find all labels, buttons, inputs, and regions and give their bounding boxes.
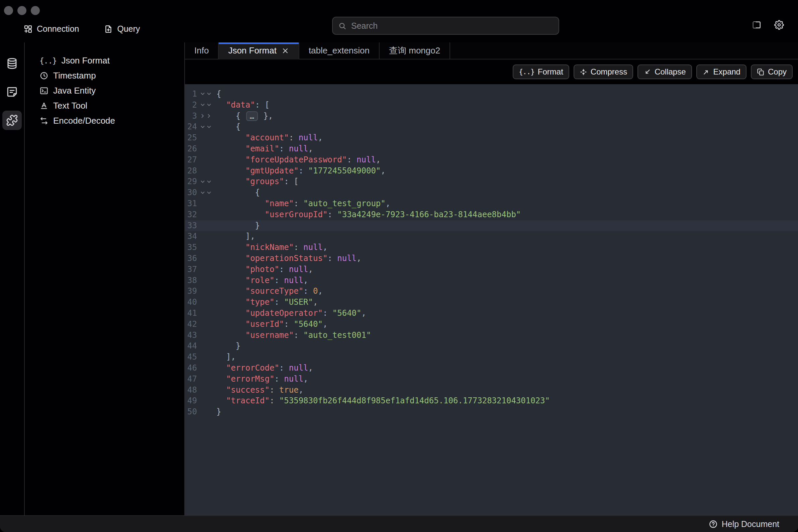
code-text: "userGroupId": "33a4249e-7923-4166-ba23-… — [216, 209, 798, 220]
search-icon — [338, 22, 346, 30]
code-line-36[interactable]: 36"operationStatus": null, — [185, 253, 798, 264]
connection-button[interactable]: Connection — [23, 24, 79, 34]
tab-table-extension[interactable]: table_extension — [299, 42, 380, 59]
code-line-38[interactable]: 38"role": null, — [185, 275, 798, 286]
copy-button[interactable]: Copy — [751, 64, 793, 79]
expand-button[interactable]: Expand — [696, 64, 746, 79]
collapsed-content-badge[interactable]: … — [246, 111, 258, 121]
code-line-45[interactable]: 45], — [185, 352, 798, 363]
fold-gutter — [197, 209, 216, 220]
line-number: 38 — [185, 275, 197, 286]
code-line-50[interactable]: 50} — [185, 406, 798, 417]
rail-item-database[interactable] — [2, 54, 22, 73]
button-label: Copy — [768, 67, 787, 77]
code-line-27[interactable]: 27"forceUpdatePassword": null, — [185, 154, 798, 166]
format-button[interactable]: {..}Format — [513, 64, 569, 79]
tab-info[interactable]: Info — [185, 42, 219, 59]
help-icon — [709, 520, 718, 529]
rail-item-notes[interactable] — [2, 82, 22, 101]
help-label: Help Document — [722, 519, 779, 529]
code-line-43[interactable]: 43"username": "auto_test001" — [185, 330, 798, 341]
code-line-25[interactable]: 25"account": null, — [185, 132, 798, 144]
tab-mongo2[interactable]: 查询 mongo2 — [380, 42, 450, 59]
code-text: "forceUpdatePassword": null, — [216, 154, 798, 166]
sidebar-item-text-tool[interactable]: Text Tool — [25, 98, 184, 113]
code-line-28[interactable]: 28"gmtUpdate": "1772455049000", — [185, 166, 798, 176]
activity-rail — [0, 42, 25, 515]
code-line-24[interactable]: 24{ — [185, 121, 798, 132]
collapse-button[interactable]: Collapse — [637, 64, 692, 79]
sidebar-item-label: Text Tool — [53, 100, 87, 111]
code-text: "email": null, — [216, 144, 798, 154]
line-number: 46 — [185, 363, 197, 374]
fold-expanded-icon[interactable] — [197, 89, 216, 100]
line-number: 1 — [185, 89, 197, 100]
database-icon — [6, 57, 18, 70]
json-editor[interactable]: 1{2"data": [3{ … },24{25"account": null,… — [185, 84, 798, 515]
code-line-44[interactable]: 44} — [185, 341, 798, 352]
search-input[interactable] — [350, 21, 553, 31]
code-line-33[interactable]: 33} — [185, 220, 798, 231]
window-minimize-button[interactable] — [17, 6, 26, 15]
code-line-47[interactable]: 47"errorMsg": null, — [185, 374, 798, 385]
sidebar-item-timestamp[interactable]: Timestamp — [25, 68, 184, 83]
sidebar-item-json-format[interactable]: {..}Json Format — [25, 53, 184, 68]
code-line-3[interactable]: 3{ … }, — [185, 111, 798, 122]
code-line-26[interactable]: 26"email": null, — [185, 144, 798, 154]
window-maximize-button[interactable] — [31, 6, 40, 15]
compress-button[interactable]: Compress — [574, 64, 633, 79]
code-line-40[interactable]: 40"type": "USER", — [185, 297, 798, 308]
query-button[interactable]: Query — [104, 24, 140, 34]
code-text: ], — [216, 231, 798, 242]
sidebar-item-encode-decode[interactable]: Encode/Decode — [25, 113, 184, 128]
rail-item-plugins[interactable] — [2, 111, 22, 130]
line-number: 25 — [185, 132, 197, 144]
tab-label: 查询 mongo2 — [389, 45, 440, 56]
fold-expanded-icon[interactable] — [197, 176, 216, 187]
puzzle-icon — [6, 114, 18, 126]
code-text: "userId": "5640", — [216, 319, 798, 330]
tab-close-button[interactable] — [281, 47, 289, 55]
gear-icon — [774, 20, 784, 30]
settings-button[interactable] — [774, 20, 784, 30]
line-number: 28 — [185, 166, 197, 176]
code-line-31[interactable]: 31"name": "auto_test_group", — [185, 198, 798, 209]
fold-gutter — [197, 132, 216, 144]
code-line-41[interactable]: 41"updateOperator": "5640", — [185, 308, 798, 319]
code-line-30[interactable]: 30{ — [185, 187, 798, 198]
code-line-1[interactable]: 1{ — [185, 89, 798, 100]
code-line-49[interactable]: 49"traceId": "5359830fb26f444d8f985ef1af… — [185, 395, 798, 406]
fold-gutter — [197, 220, 216, 231]
fold-collapsed-icon[interactable] — [197, 111, 216, 122]
code-line-48[interactable]: 48"success": true, — [185, 385, 798, 396]
code-line-35[interactable]: 35"nickName": null, — [185, 242, 798, 253]
line-number: 30 — [185, 187, 197, 198]
code-line-46[interactable]: 46"errorCode": null, — [185, 363, 798, 374]
code-line-34[interactable]: 34], — [185, 231, 798, 242]
fold-gutter — [197, 374, 216, 385]
sidebar-item-label: Timestamp — [53, 71, 96, 81]
fold-gutter — [197, 297, 216, 308]
code-line-29[interactable]: 29"groups": [ — [185, 176, 798, 187]
fold-gutter — [197, 231, 216, 242]
tab-json-format[interactable]: Json Format — [219, 42, 299, 59]
fold-expanded-icon[interactable] — [197, 100, 216, 111]
button-label: Compress — [591, 67, 627, 77]
search-box[interactable] — [332, 17, 559, 35]
line-number: 36 — [185, 253, 197, 264]
grid-plus-icon — [23, 24, 33, 34]
fold-expanded-icon[interactable] — [197, 187, 216, 198]
code-text: "username": "auto_test001" — [216, 330, 798, 341]
button-label: Collapse — [654, 67, 686, 77]
toggle-panel-button[interactable] — [752, 20, 762, 30]
code-line-42[interactable]: 42"userId": "5640", — [185, 319, 798, 330]
sidebar-item-java-entity[interactable]: Java Entity — [25, 83, 184, 98]
code-line-32[interactable]: 32"userGroupId": "33a4249e-7923-4166-ba2… — [185, 209, 798, 220]
window-close-button[interactable] — [4, 6, 13, 15]
code-line-37[interactable]: 37"photo": null, — [185, 264, 798, 275]
expand-icon — [702, 68, 710, 76]
help-link[interactable]: Help Document — [709, 519, 779, 529]
fold-expanded-icon[interactable] — [197, 121, 216, 132]
code-line-39[interactable]: 39"sourceType": 0, — [185, 286, 798, 297]
code-line-2[interactable]: 2"data": [ — [185, 100, 798, 111]
